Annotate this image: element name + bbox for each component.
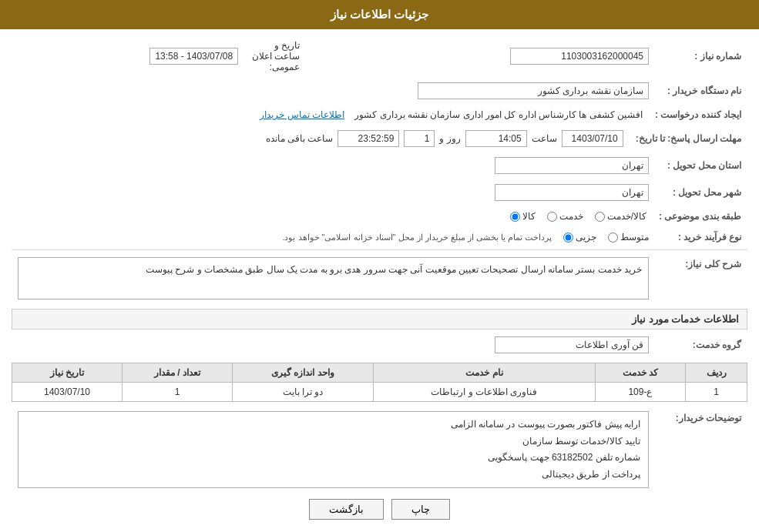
buyer-org-value: سازمان نقشه برداری کشور <box>12 79 655 102</box>
category-khedmat-label: خدمت <box>559 211 583 222</box>
col-date: تاریخ نیاز <box>12 363 123 383</box>
service-info-section: اطلاعات خدمات مورد نیاز <box>12 309 747 330</box>
service-group-table: گروه خدمت: فن آوری اطلاعات <box>12 333 747 356</box>
deadline-value: 1403/07/10 ساعت 14:05 روز و 1 23:52:59 س… <box>12 127 630 150</box>
deadline-date: 1403/07/10 <box>562 130 623 147</box>
page-wrapper: جزئیات اطلاعات نیاز شماره نیاز : 1103003… <box>0 0 759 532</box>
requester-table: ایجاد کننده درخواست : افشین کشفی ها کارش… <box>12 106 747 123</box>
requester-label: ایجاد کننده درخواست : <box>649 106 747 123</box>
purchase-jozi-label: جزیی <box>576 232 596 243</box>
province-input: تهران <box>495 157 649 174</box>
category-kala-khedmat-radio[interactable] <box>595 212 605 222</box>
purchase-type-label: نوع فرآیند خرید : <box>655 229 747 246</box>
services-table: ردیف کد خدمت نام خدمت واحد اندازه گیری ت… <box>12 363 747 402</box>
purchase-motevaset: متوسط <box>608 232 649 243</box>
general-desc-box: خرید خدمت بستر سامانه ارسال تصحیحات تعیی… <box>18 257 649 299</box>
cell-unit: دو ترا بایت <box>232 383 373 402</box>
back-button[interactable]: بازگشت <box>309 499 384 520</box>
deadline-time: 14:05 <box>465 130 527 147</box>
deadline-label: مهلت ارسال پاسخ: تا تاریخ: <box>630 127 747 150</box>
need-number-label: شماره نیاز : <box>655 37 747 75</box>
category-kala-khedmat: کالا/خدمت <box>595 211 646 222</box>
purchase-jozi-radio[interactable] <box>563 233 573 243</box>
general-desc-table: شرح کلی نیاز: خرید خدمت بستر سامانه ارسا… <box>12 254 747 303</box>
province-value: تهران <box>12 154 655 177</box>
announcement-label: تاریخ و ساعت اعلان عمومی: <box>244 37 306 75</box>
countdown-suffix-label: ساعت باقی مانده <box>266 133 334 144</box>
category-khedmat: خدمت <box>547 211 583 222</box>
cell-name: فناوری اطلاعات و ارتباطات <box>374 383 596 402</box>
cell-qty: 1 <box>123 383 233 402</box>
announcement-input: 1403/07/08 - 13:58 <box>149 48 238 65</box>
deadline-countdown: 23:52:59 <box>338 130 399 147</box>
buyer-notes-table: توضیحات خریدار: ارایه پیش فاکتور بصورت پ… <box>12 408 747 491</box>
province-label: استان محل تحویل : <box>655 154 747 177</box>
buyer-notes-box: ارایه پیش فاکتور بصورت پیوست در سامانه ا… <box>18 411 649 488</box>
service-group-label: گروه خدمت: <box>655 333 747 356</box>
purchase-type-table: نوع فرآیند خرید : متوسط جزیی پرداخت تمام… <box>12 229 747 246</box>
cell-row: 1 <box>686 383 747 402</box>
category-kala-radio[interactable] <box>510 212 520 222</box>
service-group-input: فن آوری اطلاعات <box>495 336 649 353</box>
deadline-table: مهلت ارسال پاسخ: تا تاریخ: 1403/07/10 سا… <box>12 127 747 150</box>
category-kala-khedmat-label: کالا/خدمت <box>607 211 646 222</box>
announcement-value: 1403/07/08 - 13:58 <box>12 37 244 75</box>
category-kala-label: کالا <box>522 211 536 222</box>
deadline-row: 1403/07/10 ساعت 14:05 روز و 1 23:52:59 س… <box>18 130 623 147</box>
page-header: جزئیات اطلاعات نیاز <box>0 0 759 29</box>
category-kala: کالا <box>510 211 536 222</box>
service-group-value: فن آوری اطلاعات <box>12 333 655 356</box>
buyer-org-label: نام دستگاه خریدار : <box>655 79 747 102</box>
col-unit: واحد اندازه گیری <box>232 363 373 383</box>
purchase-motevaset-label: متوسط <box>620 232 649 243</box>
purchase-type-value: متوسط جزیی پرداخت تمام یا بخشی از مبلغ خ… <box>12 229 655 246</box>
city-label: شهر محل تحویل : <box>655 181 747 204</box>
general-desc-value: خرید خدمت بستر سامانه ارسال تصحیحات تعیی… <box>12 254 655 303</box>
category-khedmat-radio[interactable] <box>547 212 557 222</box>
buyer-org-table: نام دستگاه خریدار : سازمان نقشه برداری ک… <box>12 79 747 102</box>
need-number-input: 1103003162000045 <box>510 48 649 65</box>
need-number-value: 1103003162000045 <box>306 37 655 75</box>
buyer-notes-label: توضیحات خریدار: <box>655 408 747 491</box>
buyer-org-input: سازمان نقشه برداری کشور <box>418 82 649 99</box>
deadline-days: 1 <box>404 130 435 147</box>
category-radio-group: کالا/خدمت خدمت کالا <box>18 211 646 222</box>
purchase-type-note: پرداخت تمام یا بخشی از مبلغ خریدار از مح… <box>282 233 552 243</box>
time-suffix-label: ساعت <box>532 133 557 144</box>
page-title: جزئیات اطلاعات نیاز <box>331 8 428 21</box>
purchase-jozi: جزیی <box>563 232 596 243</box>
day-suffix-label: روز و <box>439 133 460 144</box>
print-button[interactable]: چاپ <box>391 499 450 520</box>
cell-date: 1403/07/10 <box>12 383 123 402</box>
col-code: کد خدمت <box>595 363 686 383</box>
col-name: نام خدمت <box>374 363 596 383</box>
city-table: شهر محل تحویل : تهران <box>12 181 747 204</box>
table-row: 1ع-109فناوری اطلاعات و ارتباطاتدو ترا با… <box>12 383 747 402</box>
buyer-notes-value: ارایه پیش فاکتور بصورت پیوست در سامانه ا… <box>12 408 655 491</box>
main-content: شماره نیاز : 1103003162000045 تاریخ و سا… <box>0 29 759 532</box>
requester-link[interactable]: اطلاعات تماس خریدار <box>260 109 344 120</box>
city-value: تهران <box>12 181 655 204</box>
general-desc-label: شرح کلی نیاز: <box>655 254 747 303</box>
province-table: استان محل تحویل : تهران <box>12 154 747 177</box>
button-row: بازگشت چاپ <box>12 499 747 520</box>
col-row: ردیف <box>686 363 747 383</box>
category-value: کالا/خدمت خدمت کالا <box>12 208 653 225</box>
top-info-table: شماره نیاز : 1103003162000045 تاریخ و سا… <box>12 37 747 75</box>
col-qty: تعداد / مقدار <box>123 363 233 383</box>
requester-value: افشین کشفی ها کارشناس اداره کل امور ادار… <box>12 106 649 123</box>
purchase-motevaset-radio[interactable] <box>608 233 618 243</box>
city-input: تهران <box>495 184 649 201</box>
requester-name: افشین کشفی ها کارشناس اداره کل امور ادار… <box>354 109 643 120</box>
category-table: طبقه بندی موضوعی : کالا/خدمت خدمت کالا <box>12 208 747 225</box>
cell-code: ع-109 <box>595 383 686 402</box>
purchase-type-radio-group: متوسط جزیی پرداخت تمام یا بخشی از مبلغ خ… <box>18 232 649 243</box>
category-label: طبقه بندی موضوعی : <box>653 208 747 225</box>
